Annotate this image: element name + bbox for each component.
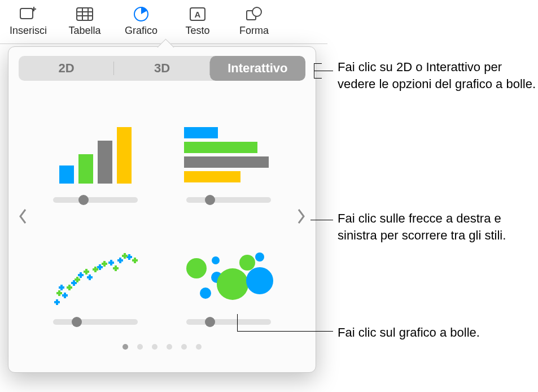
toolbar-label-insert: Inserisci: [10, 25, 47, 37]
tab-3d[interactable]: 3D: [114, 56, 209, 81]
toolbar-item-chart[interactable]: Grafico: [113, 5, 169, 43]
tab-interactive[interactable]: Interattivo: [210, 56, 305, 81]
bubble-chart-thumb: [181, 238, 277, 311]
page-dot[interactable]: [167, 344, 172, 350]
interactive-bubble-chart[interactable]: [172, 227, 285, 328]
page-dot[interactable]: [137, 344, 143, 350]
interactive-bar-chart[interactable]: [172, 104, 285, 206]
svg-point-12: [252, 7, 261, 16]
style-slider[interactable]: [186, 319, 271, 325]
svg-rect-3: [77, 8, 93, 20]
svg-rect-19: [184, 156, 269, 168]
scatter-chart-thumb: [47, 238, 143, 311]
table-icon: [75, 5, 95, 24]
chart-style-grid: [19, 92, 305, 341]
style-slider[interactable]: [186, 197, 271, 203]
svg-point-26: [239, 255, 255, 271]
svg-rect-17: [184, 127, 218, 138]
textbox-icon: A: [187, 5, 208, 24]
toolbar-label-chart: Grafico: [125, 25, 158, 37]
svg-rect-20: [184, 171, 240, 182]
svg-text:A: A: [195, 10, 201, 19]
svg-rect-18: [184, 142, 257, 153]
svg-rect-16: [117, 127, 132, 184]
plus-frame-icon: [18, 5, 38, 24]
page-dot[interactable]: [123, 344, 128, 350]
page-dot[interactable]: [196, 344, 202, 350]
style-slider[interactable]: [53, 319, 138, 325]
column-chart-thumb: [47, 116, 143, 189]
style-slider[interactable]: [53, 197, 138, 203]
interactive-column-chart[interactable]: [39, 104, 152, 206]
chevron-left-icon: [18, 208, 28, 225]
svg-point-22: [200, 288, 211, 299]
next-style-button[interactable]: [293, 202, 309, 230]
svg-point-27: [246, 267, 273, 294]
toolbar-label-text: Testo: [185, 25, 209, 37]
svg-rect-0: [20, 8, 33, 19]
toolbar-item-text[interactable]: A Testo: [169, 5, 226, 43]
chart-style-area: [19, 92, 305, 341]
toolbar-item-table[interactable]: Tabella: [56, 5, 113, 43]
svg-rect-14: [78, 154, 93, 184]
svg-point-24: [212, 256, 220, 264]
toolbar-label-table: Tabella: [68, 25, 100, 37]
page-indicator: [19, 344, 305, 350]
chart-popover: 2D 3D Interattivo: [8, 46, 316, 373]
piechart-icon: [131, 5, 151, 24]
chart-type-segment: 2D 3D Interattivo: [19, 56, 305, 81]
bar-chart-thumb: [181, 116, 277, 189]
svg-point-21: [186, 258, 207, 278]
svg-point-25: [217, 268, 248, 300]
interactive-scatter-chart[interactable]: [39, 227, 152, 328]
toolbar: Inserisci Tabella Grafico A Testo Forma: [0, 0, 327, 44]
toolbar-item-insert[interactable]: Inserisci: [0, 5, 56, 43]
toolbar-item-shape[interactable]: Forma: [226, 5, 282, 43]
svg-point-28: [255, 252, 264, 262]
toolbar-label-shape: Forma: [239, 25, 269, 37]
page-dot[interactable]: [152, 344, 158, 350]
tab-2d[interactable]: 2D: [19, 56, 114, 81]
chevron-right-icon: [296, 208, 306, 225]
page-dot[interactable]: [181, 344, 187, 350]
svg-rect-15: [98, 141, 112, 184]
previous-style-button[interactable]: [15, 202, 31, 230]
svg-rect-13: [59, 165, 74, 184]
shapes-icon: [244, 5, 264, 24]
